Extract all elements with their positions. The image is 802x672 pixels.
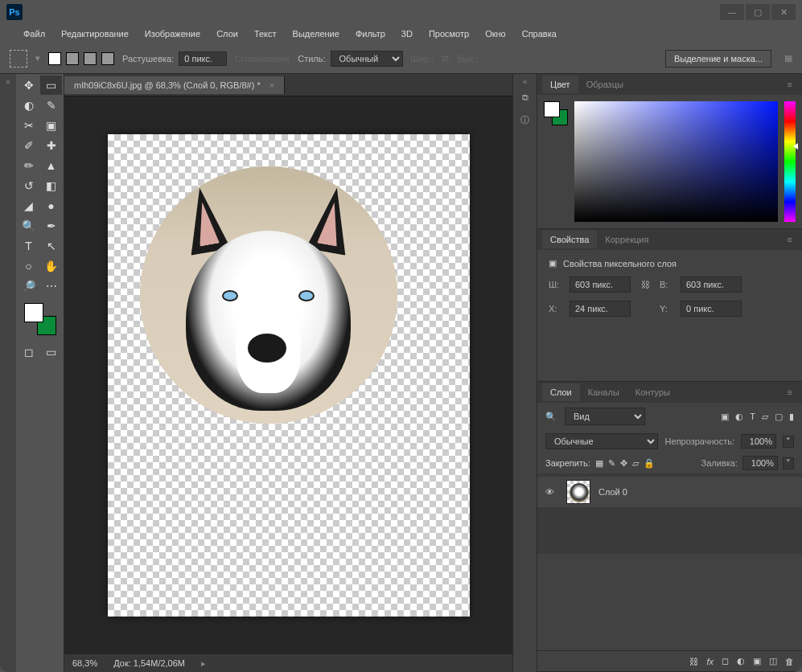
tab-adjustments[interactable]: Коррекция xyxy=(597,231,656,248)
menu-layer[interactable]: Слои xyxy=(209,27,245,41)
tab-paths[interactable]: Контуры xyxy=(627,383,678,401)
lock-artboard-icon[interactable]: ▱ xyxy=(632,458,639,469)
menu-window[interactable]: Окно xyxy=(478,27,513,41)
brush-tool[interactable]: ✏ xyxy=(18,156,39,175)
maximize-button[interactable]: ▢ xyxy=(746,4,770,20)
collapse-mid-rail-icon[interactable]: « xyxy=(523,77,528,86)
layer-fx-icon[interactable]: fx xyxy=(706,657,714,666)
filter-smart-icon[interactable]: ▢ xyxy=(775,412,783,422)
opacity-dropdown-icon[interactable]: ˅ xyxy=(783,436,794,448)
close-button[interactable]: ✕ xyxy=(771,4,796,20)
shape-tool[interactable]: ○ xyxy=(18,256,39,276)
visibility-icon[interactable]: 👁 xyxy=(545,487,558,497)
lock-all-icon[interactable]: 🔒 xyxy=(644,458,655,469)
filter-toggle-icon[interactable]: ▮ xyxy=(789,412,794,422)
x-prop-input[interactable] xyxy=(570,301,631,317)
path-select-tool[interactable]: ↖ xyxy=(40,236,62,256)
menu-help[interactable]: Справка xyxy=(515,27,564,41)
tab-channels[interactable]: Каналы xyxy=(580,383,627,401)
minimize-button[interactable]: — xyxy=(720,4,744,20)
feather-input[interactable] xyxy=(179,51,227,66)
adjustment-layer-icon[interactable]: ◐ xyxy=(737,656,745,666)
select-and-mask-button[interactable]: Выделение и маска... xyxy=(665,50,771,68)
menu-type[interactable]: Текст xyxy=(247,27,284,41)
lasso-tool[interactable]: ◐ xyxy=(18,96,39,115)
color-swatch[interactable] xyxy=(24,303,56,335)
menu-image[interactable]: Изображение xyxy=(138,27,208,41)
link-dims-icon[interactable]: ⛓ xyxy=(637,280,653,289)
collapse-rail-icon[interactable]: « xyxy=(6,77,10,86)
panel-menu-icon[interactable]: ≡ xyxy=(783,235,797,244)
menu-select[interactable]: Выделение xyxy=(286,27,347,41)
menu-view[interactable]: Просмотр xyxy=(422,27,476,41)
blend-mode-select[interactable]: Обычные xyxy=(545,433,658,449)
eraser-tool[interactable]: ◧ xyxy=(40,176,62,195)
tab-color[interactable]: Цвет xyxy=(542,76,578,93)
layer-mask-icon[interactable]: ◻ xyxy=(722,656,729,666)
gradient-tool[interactable]: ◢ xyxy=(18,196,39,215)
tab-layers[interactable]: Слои xyxy=(542,383,580,401)
pen-tool[interactable]: ✒ xyxy=(40,216,62,236)
delete-layer-icon[interactable]: 🗑 xyxy=(785,657,794,666)
filter-shape-icon[interactable]: ▱ xyxy=(762,412,768,422)
hue-slider[interactable] xyxy=(784,101,796,222)
menu-file[interactable]: Файл xyxy=(16,27,52,41)
frame-tool[interactable]: ▣ xyxy=(40,116,62,135)
opacity-input[interactable] xyxy=(741,434,776,449)
panel-color-swatch[interactable] xyxy=(544,101,568,125)
move-tool[interactable]: ✥ xyxy=(18,76,39,95)
blur-tool[interactable]: ● xyxy=(40,196,62,215)
type-tool[interactable]: T xyxy=(18,236,39,256)
new-layer-icon[interactable]: ◫ xyxy=(769,656,777,666)
filter-type-icon[interactable]: T xyxy=(750,412,755,422)
hand-tool[interactable]: ✋ xyxy=(40,256,62,276)
fill-input[interactable] xyxy=(742,456,778,470)
crop-tool[interactable]: ✂ xyxy=(18,116,39,135)
layer-item[interactable]: 👁 Слой 0 xyxy=(537,477,802,507)
selection-sub-icon[interactable] xyxy=(84,52,97,65)
screen-mode-tool[interactable]: ▭ xyxy=(40,342,62,362)
menu-filter[interactable]: Фильтр xyxy=(348,27,393,41)
heal-tool[interactable]: ✚ xyxy=(40,136,62,155)
dodge-tool[interactable]: 🔍 xyxy=(18,216,39,236)
filter-pixel-icon[interactable]: ▣ xyxy=(721,412,729,422)
menu-edit[interactable]: Редактирование xyxy=(54,27,136,41)
history-brush-tool[interactable]: ↺ xyxy=(18,176,39,195)
selection-new-icon[interactable] xyxy=(48,52,61,65)
options-overflow-icon[interactable]: ▦ xyxy=(784,53,792,64)
selection-add-icon[interactable] xyxy=(66,52,79,65)
info-icon[interactable]: ⓘ xyxy=(516,110,535,129)
selection-int-icon[interactable] xyxy=(101,52,114,65)
y-prop-input[interactable] xyxy=(681,301,742,317)
group-icon[interactable]: ▣ xyxy=(753,656,761,666)
width-prop-input[interactable] xyxy=(570,277,631,293)
stamp-tool[interactable]: ▲ xyxy=(40,156,62,175)
edit-toolbar[interactable]: ⋯ xyxy=(40,277,62,296)
layer-filter-select[interactable]: Вид xyxy=(565,408,645,425)
quick-select-tool[interactable]: ✎ xyxy=(40,96,62,115)
zoom-tool[interactable]: 🔎 xyxy=(18,277,39,296)
height-prop-input[interactable] xyxy=(681,277,742,293)
tab-swatches[interactable]: Образцы xyxy=(578,76,631,93)
eyedropper-tool[interactable]: ✐ xyxy=(18,136,39,155)
menu-3d[interactable]: 3D xyxy=(394,27,420,41)
color-field[interactable] xyxy=(574,101,778,222)
zoom-level[interactable]: 68,3% xyxy=(72,658,97,668)
panel-menu-icon[interactable]: ≡ xyxy=(783,80,797,89)
canvas[interactable] xyxy=(108,134,470,617)
document-tab[interactable]: mIh09iC8x6U.jpg @ 68,3% (Слой 0, RGB/8#)… xyxy=(64,76,285,94)
marquee-tool[interactable]: ▭ xyxy=(40,76,62,95)
style-select[interactable]: Обычный xyxy=(331,51,403,67)
panel-menu-icon[interactable]: ≡ xyxy=(783,387,797,397)
lock-transparent-icon[interactable]: ▦ xyxy=(595,458,603,469)
active-tool-icon[interactable] xyxy=(10,50,27,68)
close-tab-icon[interactable]: × xyxy=(269,80,274,90)
quick-mask-tool[interactable]: ◻ xyxy=(18,342,39,362)
fill-dropdown-icon[interactable]: ˅ xyxy=(783,457,794,469)
history-icon[interactable]: ⧉ xyxy=(516,88,535,107)
tab-properties[interactable]: Свойства xyxy=(542,231,597,248)
link-layers-icon[interactable]: ⛓ xyxy=(689,657,698,666)
filter-adjust-icon[interactable]: ◐ xyxy=(735,412,743,422)
layer-name[interactable]: Слой 0 xyxy=(598,487,627,497)
layer-thumbnail[interactable] xyxy=(566,480,590,504)
